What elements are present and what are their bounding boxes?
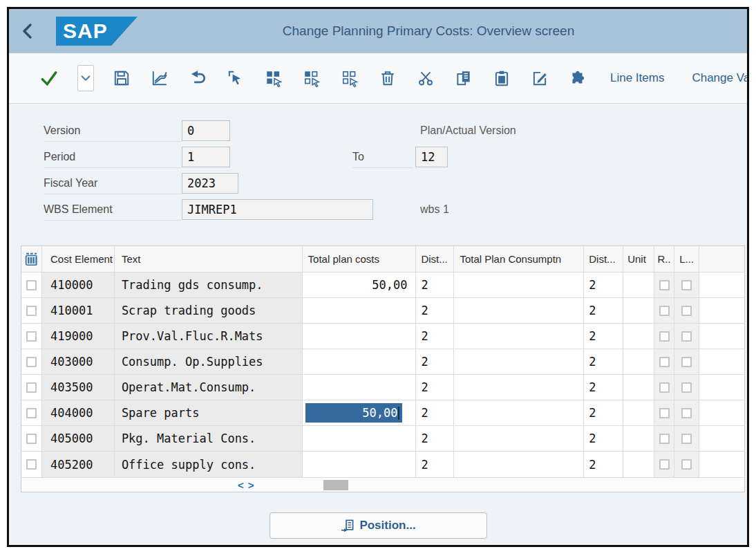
dist2-cell[interactable]: 2	[584, 349, 623, 374]
cost-element-cell[interactable]: 405000	[42, 426, 115, 451]
dist2-cell[interactable]: 2	[584, 272, 623, 297]
dist2-cell[interactable]: 2	[584, 452, 623, 477]
text-cell[interactable]: Prov.Val.Fluc.R.Mats	[115, 324, 303, 349]
dist1-cell[interactable]: 2	[416, 375, 454, 400]
cost-element-cell[interactable]: 419000	[42, 324, 115, 349]
unit-cell[interactable]	[623, 400, 654, 425]
unit-cell[interactable]	[623, 375, 654, 400]
consumptn-cell[interactable]	[454, 272, 584, 297]
text-cell[interactable]: Spare parts	[115, 400, 303, 425]
chart-icon[interactable]	[150, 69, 169, 88]
dist1-cell[interactable]: 2	[416, 452, 454, 477]
dist1-cell[interactable]: 2	[416, 349, 454, 374]
text-cell[interactable]: Pkg. Material Cons.	[115, 426, 303, 451]
selected-cell-input[interactable]: 50,00	[305, 403, 403, 423]
r-checkbox[interactable]	[659, 408, 670, 418]
consumptn-cell[interactable]	[454, 400, 584, 425]
save-icon[interactable]	[112, 69, 131, 88]
cut-scissors-icon[interactable]	[416, 69, 435, 88]
table-select-all-header[interactable]	[21, 246, 42, 272]
unit-cell[interactable]	[623, 298, 654, 323]
edit-icon[interactable]	[530, 69, 549, 88]
dist2-cell[interactable]: 2	[584, 426, 623, 451]
paste-icon[interactable]	[492, 69, 511, 88]
l-checkbox[interactable]	[681, 357, 692, 367]
copy-icon[interactable]	[454, 69, 473, 88]
cost-element-cell[interactable]: 404000	[42, 400, 115, 425]
line-items-button[interactable]: Line Items	[610, 71, 664, 85]
wbs-element-field[interactable]: JIMREP1	[182, 199, 373, 220]
dist1-cell[interactable]: 2	[416, 298, 454, 323]
l-checkbox[interactable]	[681, 459, 692, 470]
scroll-left-button[interactable]: <	[238, 479, 244, 491]
r-checkbox[interactable]	[659, 357, 670, 367]
total-plan-costs-cell[interactable]	[303, 426, 417, 451]
row-checkbox[interactable]	[26, 306, 37, 316]
dist1-cell[interactable]: 2	[416, 426, 454, 451]
dist2-cell[interactable]: 2	[584, 400, 623, 425]
dist1-cell[interactable]: 2	[416, 324, 454, 349]
text-cell[interactable]: Office supply cons.	[115, 452, 303, 477]
deselect-blocks-icon[interactable]	[340, 69, 359, 88]
dist2-cell[interactable]: 2	[584, 298, 623, 323]
row-checkbox[interactable]	[26, 331, 37, 342]
cost-element-cell[interactable]: 403500	[42, 375, 115, 400]
select-block-icon[interactable]	[302, 69, 321, 88]
select-cursor-icon[interactable]	[226, 69, 245, 88]
cost-element-cell[interactable]: 403000	[42, 349, 115, 374]
unit-cell[interactable]	[623, 324, 654, 349]
hscrollbar-thumb[interactable]	[323, 480, 348, 490]
consumptn-cell[interactable]	[454, 452, 584, 477]
l-checkbox[interactable]	[681, 434, 692, 444]
r-checkbox[interactable]	[659, 434, 670, 444]
cost-element-cell[interactable]: 405200	[42, 452, 115, 477]
r-checkbox[interactable]	[659, 280, 670, 290]
row-checkbox[interactable]	[26, 434, 37, 444]
text-cell[interactable]: Consump. Op.Supplies	[115, 349, 303, 374]
delete-trash-icon[interactable]	[378, 69, 397, 88]
cost-element-cell[interactable]: 410000	[42, 272, 115, 297]
total-plan-costs-cell-selected[interactable]: 50,00	[303, 400, 417, 425]
row-checkbox[interactable]	[26, 459, 37, 470]
total-plan-costs-cell[interactable]	[303, 349, 417, 374]
dist1-cell[interactable]: 2	[416, 400, 454, 425]
total-plan-costs-cell[interactable]	[303, 298, 417, 323]
col-header-r[interactable]: R..	[654, 246, 674, 272]
col-header-text[interactable]: Text	[115, 246, 303, 272]
row-checkbox[interactable]	[26, 408, 37, 418]
r-checkbox[interactable]	[659, 306, 670, 316]
total-plan-costs-cell[interactable]	[303, 452, 417, 477]
period-to-field[interactable]: 12	[415, 147, 448, 167]
consumptn-cell[interactable]	[454, 375, 584, 400]
select-all-blocks-icon[interactable]	[264, 69, 283, 88]
l-checkbox[interactable]	[681, 331, 692, 342]
consumptn-cell[interactable]	[454, 349, 584, 374]
confirm-check-icon[interactable]	[39, 69, 58, 88]
col-header-consumptn[interactable]: Total Plan Consumptn	[454, 246, 584, 272]
row-checkbox[interactable]	[26, 382, 37, 393]
text-cell[interactable]: Trading gds consump.	[115, 272, 303, 297]
col-header-dist1[interactable]: Dist...	[416, 246, 454, 272]
dist2-cell[interactable]: 2	[584, 375, 623, 400]
l-checkbox[interactable]	[681, 382, 692, 393]
unit-cell[interactable]	[623, 426, 654, 451]
l-checkbox[interactable]	[681, 280, 692, 290]
consumptn-cell[interactable]	[454, 324, 584, 349]
consumptn-cell[interactable]	[454, 298, 584, 323]
col-header-dist2[interactable]: Dist...	[584, 246, 623, 272]
r-checkbox[interactable]	[659, 459, 670, 470]
change-values-button[interactable]: Change Values	[692, 71, 749, 85]
col-header-l[interactable]: L...	[674, 246, 699, 272]
l-checkbox[interactable]	[681, 408, 692, 418]
total-plan-costs-cell[interactable]	[303, 375, 417, 400]
scroll-right-button[interactable]: >	[248, 479, 254, 491]
position-button[interactable]: Position...	[270, 512, 487, 539]
period-from-field[interactable]: 1	[182, 147, 230, 167]
dist2-cell[interactable]: 2	[584, 324, 623, 349]
text-cell[interactable]: Scrap trading goods	[115, 298, 303, 323]
total-plan-costs-cell[interactable]: 50,00	[303, 272, 417, 297]
r-checkbox[interactable]	[659, 331, 670, 342]
unit-cell[interactable]	[623, 272, 654, 297]
r-checkbox[interactable]	[659, 382, 670, 393]
undo-icon[interactable]	[188, 69, 207, 88]
